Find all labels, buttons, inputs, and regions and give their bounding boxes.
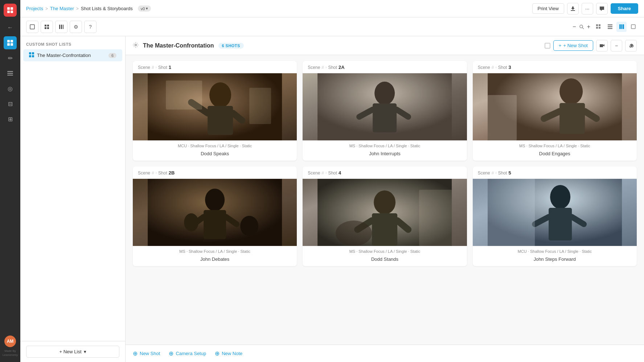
scene-gear-icon [133, 42, 139, 49]
view-columns-icon[interactable] [616, 22, 627, 32]
app-logo[interactable] [4, 4, 17, 17]
svg-rect-65 [372, 213, 397, 246]
avatar[interactable]: AM [4, 336, 16, 347]
back-icon[interactable]: ← [4, 21, 17, 34]
svg-rect-55 [488, 95, 517, 140]
shot-label: Shot [498, 65, 507, 70]
shot-card-shot2a[interactable]: Scene # › Shot 2A MS · Shallow Focus / L… [303, 61, 467, 161]
svg-rect-6 [7, 43, 10, 46]
view-list-icon[interactable] [605, 22, 615, 32]
shot-meta: MS · Shallow Focus / LA / Single · Stati… [473, 140, 637, 149]
film-icon[interactable]: ◎ [4, 82, 17, 95]
svg-rect-27 [608, 26, 612, 27]
shot-label: Shot [498, 170, 507, 176]
svg-rect-13 [45, 25, 46, 26]
shot-title: Dodd Speaks [133, 149, 297, 161]
zoom-plus-icon[interactable]: + [587, 24, 590, 30]
print-view-button[interactable]: Print View [532, 3, 564, 14]
sidebar: ← ✏ ◎ ⊟ ⊞ AM Made By Leanometry [0, 0, 20, 362]
shot-image [473, 179, 637, 246]
svg-rect-18 [61, 25, 62, 29]
shot-meta: MCU · Shallow Focus / LA / Single · Stat… [133, 140, 297, 149]
svg-point-57 [205, 189, 225, 211]
shots-count-badge: 6 SHOTS [218, 43, 244, 49]
more-options-icon[interactable]: ··· [582, 3, 593, 15]
svg-point-38 [209, 82, 231, 108]
select-all-checkbox[interactable] [545, 43, 550, 49]
remove-icon[interactable]: − [611, 40, 622, 52]
download-icon[interactable] [567, 3, 579, 15]
shot-card-shot2b[interactable]: Scene # › Shot 2B MS · Shallow Focus / L… [133, 166, 297, 266]
shot-arrow-icon: › [156, 171, 157, 175]
svg-line-21 [582, 28, 584, 29]
svg-rect-24 [596, 27, 598, 29]
link-icon[interactable] [625, 40, 637, 52]
topnav: Projects > The Master > Shot Lists & Sto… [20, 0, 644, 17]
settings-tool-button[interactable]: ⚙ [70, 21, 82, 33]
svg-rect-49 [317, 73, 452, 140]
breadcrumb-projects[interactable]: Projects [26, 6, 43, 11]
comment-icon[interactable] [596, 3, 608, 15]
shot-arrow-icon: › [325, 65, 327, 69]
shot-grid: Scene # › Shot 1 MCU · Shallow Focus / L… [126, 55, 644, 345]
frame-tool-button[interactable] [26, 21, 38, 33]
shot-card-shot5[interactable]: Scene # › Shot 5 MCU · Shallow Focus / L… [473, 166, 637, 266]
storyboard-icon[interactable] [4, 36, 17, 49]
columns-tool-button[interactable] [55, 21, 67, 33]
shot-card-header: Scene # › Shot 1 [133, 61, 297, 73]
new-list-button[interactable]: + New List ▾ [26, 346, 119, 358]
shot-title: John Steps Forward [473, 255, 637, 266]
svg-rect-30 [621, 24, 622, 29]
svg-rect-26 [608, 24, 612, 25]
camera-icon[interactable] [596, 40, 608, 52]
shot-card-shot3[interactable]: Scene # › Shot 3 MS · Shallow Focus / LA… [473, 61, 637, 161]
svg-rect-22 [596, 24, 598, 26]
new-shot-button[interactable]: + + New Shot [553, 40, 593, 51]
help-button[interactable]: ? [84, 21, 97, 33]
share-button[interactable]: Share [611, 3, 638, 14]
pencil-icon[interactable]: ✏ [4, 52, 17, 65]
scene-label: Scene [138, 170, 150, 176]
svg-rect-17 [59, 25, 60, 29]
new-shot-label: + New Shot [563, 43, 588, 48]
shot-card-shot4[interactable]: Scene # › Shot 4 MS · Shallow Focus / LA… [303, 166, 467, 266]
scene-hash: # [152, 65, 154, 70]
shot-image [133, 179, 297, 246]
breadcrumb-master[interactable]: The Master [50, 6, 74, 11]
view-single-icon[interactable] [628, 22, 638, 32]
shot-number: 2A [339, 65, 345, 70]
svg-rect-58 [204, 210, 226, 239]
layout-icon[interactable]: ⊞ [4, 112, 17, 126]
bottom-new-note[interactable]: ⊕ New Note [215, 350, 242, 357]
scene-hash: # [492, 170, 494, 176]
bottom-camera-setup[interactable]: ⊕ Camera Setup [169, 350, 206, 357]
zoom-icon [579, 24, 584, 29]
version-badge[interactable]: v0 ▾ [138, 5, 151, 12]
zoom-minus-icon[interactable]: − [573, 24, 576, 30]
sliders-icon[interactable]: ⊟ [4, 97, 17, 110]
list-icon[interactable] [4, 67, 17, 80]
svg-rect-11 [571, 10, 575, 11]
shot-list-item-confrontation[interactable]: The Master-Confrontation 6 [23, 49, 122, 61]
shot-label: Shot [158, 65, 167, 70]
grid-tool-button[interactable] [41, 21, 53, 33]
svg-rect-19 [63, 25, 63, 29]
scene-label: Scene [138, 65, 150, 70]
shot-card-header: Scene # › Shot 3 [473, 61, 637, 73]
svg-rect-5 [11, 40, 13, 42]
scene-hash: # [152, 170, 154, 176]
version-label: v0 [141, 7, 145, 11]
view-grid-icon[interactable] [593, 22, 603, 32]
left-panel-footer: + New List ▾ [20, 341, 125, 362]
bottom-new-shot[interactable]: ⊕ New Shot [133, 350, 160, 357]
view-icons [593, 22, 638, 32]
svg-rect-29 [619, 24, 621, 29]
scene-actions: + + New Shot − [545, 40, 637, 52]
breadcrumb-sep2: > [76, 6, 79, 11]
shot-title: Dodd Engages [473, 149, 637, 161]
scene-header: The Master-Confrontation 6 SHOTS + + New… [126, 36, 644, 55]
camera-setup-label: Camera Setup [176, 351, 206, 356]
svg-rect-3 [11, 11, 13, 13]
svg-point-62 [240, 216, 258, 236]
shot-card-shot1[interactable]: Scene # › Shot 1 MCU · Shallow Focus / L… [133, 61, 297, 161]
